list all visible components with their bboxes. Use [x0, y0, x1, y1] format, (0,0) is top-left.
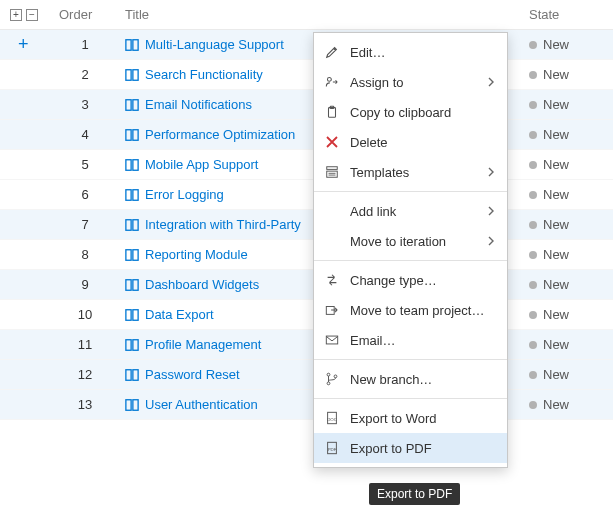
state-label: New — [543, 157, 569, 172]
row-state-cell: New — [523, 367, 613, 382]
table-row[interactable]: 6Error LoggingNew — [0, 180, 613, 210]
table-row[interactable]: +1Multi-Language SupportNew — [0, 30, 613, 60]
row-state-cell: New — [523, 187, 613, 202]
header-title[interactable]: Title — [115, 7, 523, 22]
work-item-title-link[interactable]: User Authentication — [145, 397, 258, 412]
clipboard-icon — [324, 104, 340, 120]
svg-rect-20 — [126, 339, 131, 350]
svg-rect-8 — [126, 159, 131, 170]
svg-rect-9 — [133, 159, 138, 170]
header-order[interactable]: Order — [55, 7, 115, 22]
menu-edit[interactable]: Edit… — [314, 37, 507, 67]
header-state[interactable]: State — [523, 7, 613, 22]
table-row[interactable]: 10Data ExportNew — [0, 300, 613, 330]
work-item-type-icon — [125, 188, 139, 202]
work-item-type-icon — [125, 278, 139, 292]
svg-rect-7 — [133, 129, 138, 140]
svg-rect-3 — [133, 69, 138, 80]
work-item-type-icon — [125, 98, 139, 112]
state-label: New — [543, 97, 569, 112]
context-menu: Edit… Assign to Copy to clipboard Delete… — [313, 32, 508, 468]
menu-label: Export to Word — [350, 411, 495, 426]
menu-assign-to[interactable]: Assign to — [314, 67, 507, 97]
state-dot-icon — [529, 401, 537, 409]
menu-new-branch[interactable]: New branch… — [314, 364, 507, 394]
work-item-type-icon — [125, 218, 139, 232]
work-item-title-link[interactable]: Profile Management — [145, 337, 261, 352]
menu-delete[interactable]: Delete — [314, 127, 507, 157]
table-row[interactable]: 12Password ResetNew — [0, 360, 613, 390]
work-item-title-link[interactable]: Mobile App Support — [145, 157, 258, 172]
change-type-icon — [324, 272, 340, 288]
menu-label: Email… — [350, 333, 495, 348]
table-row[interactable]: 2Search FunctionalityNew — [0, 60, 613, 90]
expand-all-icon[interactable]: + — [10, 9, 22, 21]
work-item-title-link[interactable]: Error Logging — [145, 187, 224, 202]
svg-rect-23 — [133, 369, 138, 380]
row-state-cell: New — [523, 337, 613, 352]
table-row[interactable]: 5Mobile App SupportNew — [0, 150, 613, 180]
row-state-cell: New — [523, 97, 613, 112]
menu-export-word[interactable]: DOC Export to Word — [314, 403, 507, 433]
state-label: New — [543, 367, 569, 382]
row-order: 5 — [55, 157, 115, 172]
menu-label: Move to team project… — [350, 303, 495, 318]
row-order: 13 — [55, 397, 115, 412]
collapse-all-icon[interactable]: − — [26, 9, 38, 21]
email-icon — [324, 332, 340, 348]
row-order: 6 — [55, 187, 115, 202]
work-item-title-link[interactable]: Email Notifications — [145, 97, 252, 112]
svg-rect-10 — [126, 189, 131, 200]
table-row[interactable]: 7Integration with Third-PartyNew — [0, 210, 613, 240]
state-dot-icon — [529, 371, 537, 379]
menu-export-pdf[interactable]: PDF Export to PDF — [314, 433, 507, 463]
svg-rect-19 — [133, 309, 138, 320]
work-item-title-link[interactable]: Reporting Module — [145, 247, 248, 262]
add-child-icon[interactable]: + — [18, 34, 29, 55]
row-expand-cell: + — [0, 34, 55, 55]
work-item-type-icon — [125, 398, 139, 412]
row-order: 8 — [55, 247, 115, 262]
menu-move-iteration[interactable]: Move to iteration — [314, 226, 507, 256]
work-item-title-link[interactable]: Search Functionality — [145, 67, 263, 82]
state-label: New — [543, 37, 569, 52]
work-item-title-link[interactable]: Data Export — [145, 307, 214, 322]
work-items-grid: + − Order Title State +1Multi-Language S… — [0, 0, 613, 420]
table-row[interactable]: 11Profile ManagementNew — [0, 330, 613, 360]
state-dot-icon — [529, 311, 537, 319]
svg-rect-15 — [133, 249, 138, 260]
menu-copy[interactable]: Copy to clipboard — [314, 97, 507, 127]
work-item-title-link[interactable]: Integration with Third-Party — [145, 217, 301, 232]
svg-rect-5 — [133, 99, 138, 110]
svg-text:DOC: DOC — [327, 417, 337, 422]
work-item-title-link[interactable]: Dashboard Widgets — [145, 277, 259, 292]
grid-header-row: + − Order Title State — [0, 0, 613, 30]
work-item-type-icon — [125, 38, 139, 52]
work-item-title-link[interactable]: Multi-Language Support — [145, 37, 284, 52]
menu-change-type[interactable]: Change type… — [314, 265, 507, 295]
menu-templates[interactable]: Templates — [314, 157, 507, 187]
table-row[interactable]: 3Email NotificationsNew — [0, 90, 613, 120]
table-row[interactable]: 9Dashboard WidgetsNew — [0, 270, 613, 300]
menu-email[interactable]: Email… — [314, 325, 507, 355]
state-dot-icon — [529, 221, 537, 229]
chevron-right-icon — [487, 75, 495, 90]
work-item-title-link[interactable]: Performance Optimization — [145, 127, 295, 142]
row-order: 4 — [55, 127, 115, 142]
menu-label: Copy to clipboard — [350, 105, 495, 120]
menu-add-link[interactable]: Add link — [314, 196, 507, 226]
table-row[interactable]: 13User AuthenticationNew — [0, 390, 613, 420]
table-row[interactable]: 8Reporting ModuleNew — [0, 240, 613, 270]
state-label: New — [543, 277, 569, 292]
menu-move-team-project[interactable]: Move to team project… — [314, 295, 507, 325]
table-row[interactable]: 4Performance OptimizationNew — [0, 120, 613, 150]
export-pdf-icon: PDF — [324, 440, 340, 456]
menu-label: Edit… — [350, 45, 495, 60]
menu-label: Delete — [350, 135, 495, 150]
work-item-title-link[interactable]: Password Reset — [145, 367, 240, 382]
row-state-cell: New — [523, 217, 613, 232]
chevron-right-icon — [487, 234, 495, 249]
menu-label: Change type… — [350, 273, 495, 288]
header-expand-controls: + − — [0, 9, 55, 21]
state-dot-icon — [529, 281, 537, 289]
